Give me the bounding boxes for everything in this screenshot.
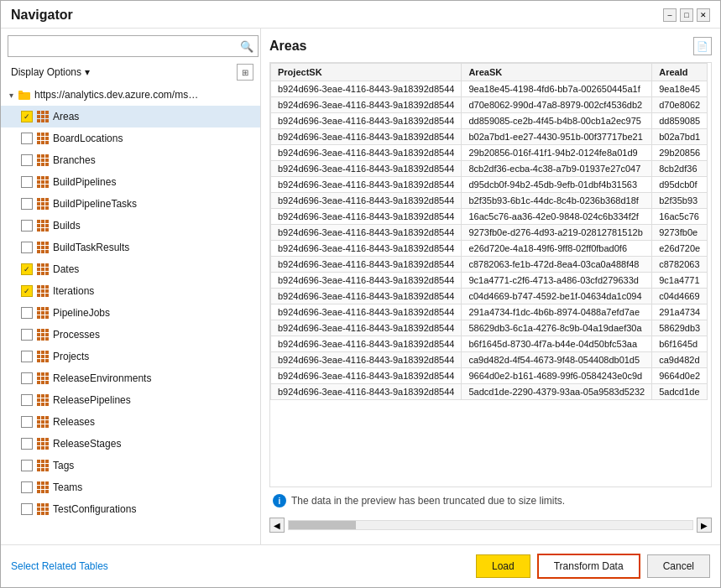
table-icon	[36, 415, 50, 429]
tree-item-checkbox[interactable]	[21, 285, 33, 297]
maximize-button[interactable]: □	[680, 8, 693, 22]
tree-item-checkbox[interactable]	[21, 133, 33, 144]
tree-item-label: Projects	[53, 351, 89, 362]
table-icon	[36, 350, 50, 363]
tree-item-checkbox[interactable]	[21, 416, 33, 428]
table-cell: b924d696-3eae-4116-8443-9a18392d8544	[271, 320, 462, 336]
tree-item[interactable]: Branches	[1, 149, 260, 171]
table-cell: b924d696-3eae-4116-8443-9a18392d8544	[271, 81, 462, 97]
load-button[interactable]: Load	[476, 554, 530, 578]
tree-item-label: ReleaseStages	[53, 438, 121, 450]
tree-item[interactable]: ReleaseStages	[1, 433, 260, 455]
scroll-track[interactable]	[288, 520, 693, 530]
tree-item[interactable]: Releases	[1, 411, 260, 433]
tree-item[interactable]: TestConfigurations	[1, 498, 260, 520]
tree-item[interactable]: Dates	[1, 258, 260, 280]
cancel-button[interactable]: Cancel	[647, 554, 710, 578]
table-cell: b924d696-3eae-4116-8443-9a18392d8544	[271, 129, 462, 145]
table-row: b924d696-3eae-4116-8443-9a18392d8544dd85…	[271, 113, 708, 129]
table-cell: b924d696-3eae-4116-8443-9a18392d8544	[271, 352, 462, 368]
tree-item-checkbox[interactable]	[21, 176, 33, 188]
select-related-tables-link[interactable]: Select Related Tables	[11, 560, 108, 572]
tree-root-item[interactable]: ▾ https://analytics.dev.azure.com/mseng/…	[1, 84, 260, 106]
tree-item-checkbox[interactable]	[21, 503, 33, 515]
tree-item-label: BuildPipelineTasks	[53, 198, 137, 210]
tree-item[interactable]: Teams	[1, 476, 260, 498]
table-icon	[36, 306, 50, 320]
table-column-header: AreaSK	[462, 64, 652, 81]
table-cell: e26d720e-4a18-49f6-9ff8-02ff0fbad0f6	[462, 241, 652, 257]
tree-item-checkbox[interactable]	[21, 351, 33, 362]
tree-item[interactable]: Tags	[1, 455, 260, 476]
table-cell: 16ac5c76	[652, 209, 708, 225]
tree-item-label: BuildTaskResults	[53, 242, 129, 253]
tree-item-checkbox[interactable]	[21, 394, 33, 406]
right-panel: Areas 📄 ProjectSKAreaSKAreaId b924d696-3…	[261, 29, 720, 544]
tree-item-checkbox[interactable]	[21, 372, 33, 384]
tree-item-checkbox[interactable]	[21, 220, 33, 232]
tree-root-label: https://analytics.dev.azure.com/mseng/Az…	[34, 89, 202, 101]
truncate-text: The data in the preview has been truncat…	[291, 495, 565, 507]
table-cell: c8782063-fe1b-472d-8ea4-03ca0a488f48	[462, 257, 652, 273]
left-panel: 🔍 Display Options ▾ ⊞ ▾	[1, 29, 261, 544]
table-cell: b924d696-3eae-4116-8443-9a18392d8544	[271, 145, 462, 161]
tree-item[interactable]: BoardLocations	[1, 127, 260, 149]
minimize-button[interactable]: –	[663, 8, 677, 22]
table-cell: 9664d0e2	[652, 368, 708, 384]
svg-rect-2	[18, 91, 23, 93]
table-cell: b6f1645d	[652, 336, 708, 352]
tree-item-checkbox[interactable]	[21, 242, 33, 253]
tree-item[interactable]: Builds	[1, 215, 260, 237]
tree-item[interactable]: BuildPipelineTasks	[1, 193, 260, 215]
tree-item[interactable]: PipelineJobs	[1, 302, 260, 324]
table-cell: b924d696-3eae-4116-8443-9a18392d8544	[271, 241, 462, 257]
table-cell: e26d720e	[652, 241, 708, 257]
scroll-left-button[interactable]: ◀	[269, 518, 285, 533]
title-controls: – □ ✕	[663, 8, 710, 22]
tree-item-label: Builds	[53, 220, 81, 232]
tree-item[interactable]: Processes	[1, 324, 260, 346]
tree-item[interactable]: BuildTaskResults	[1, 237, 260, 258]
tree-item-checkbox[interactable]	[21, 263, 33, 275]
tree-container[interactable]: ▾ https://analytics.dev.azure.com/mseng/…	[1, 84, 260, 544]
tree-item[interactable]: Projects	[1, 346, 260, 367]
h-scrollbar-row: ◀ ▶	[269, 514, 712, 536]
table-cell: c04d4669	[652, 289, 708, 304]
tree-item[interactable]: ReleasePipelines	[1, 389, 260, 411]
table-cell: 9c1a4771-c2f6-4713-a486-03cfd279633d	[462, 273, 652, 289]
tree-item-checkbox[interactable]	[21, 481, 33, 493]
transform-data-button[interactable]: Transform Data	[537, 554, 640, 579]
table-cell: 29b20856	[652, 145, 708, 161]
tree-item-checkbox[interactable]	[21, 438, 33, 450]
scroll-thumb[interactable]	[289, 521, 356, 529]
tree-item[interactable]: BuildPipelines	[1, 171, 260, 193]
table-cell: b924d696-3eae-4116-8443-9a18392d8544	[271, 368, 462, 384]
page-view-icon[interactable]: ⊞	[237, 64, 253, 81]
tree-item[interactable]: Iterations	[1, 280, 260, 302]
tree-item-checkbox[interactable]	[21, 329, 33, 341]
table-row: b924d696-3eae-4116-8443-9a18392d85445adc…	[271, 384, 708, 400]
table-cell: 9273fb0e	[652, 225, 708, 241]
table-cell: b2f35b93-6b1c-44dc-8c4b-0236b368d18f	[462, 193, 652, 209]
tree-item-checkbox[interactable]	[21, 307, 33, 319]
scroll-right-button[interactable]: ▶	[697, 518, 712, 533]
right-panel-title: Areas	[269, 39, 306, 54]
tree-item-label: PipelineJobs	[53, 307, 110, 319]
tree-item-checkbox[interactable]	[21, 154, 33, 166]
search-input[interactable]	[8, 35, 259, 57]
tree-item-label: Branches	[53, 154, 96, 166]
table-icon	[36, 175, 50, 189]
tree-root: ▾ https://analytics.dev.azure.com/mseng/…	[1, 84, 260, 520]
tree-item[interactable]: Areas	[1, 106, 260, 127]
data-table-container[interactable]: ProjectSKAreaSKAreaId b924d696-3eae-4116…	[269, 62, 712, 487]
close-button[interactable]: ✕	[697, 8, 710, 22]
tree-item-checkbox[interactable]	[21, 198, 33, 210]
table-cell: d70e8062-990d-47a8-8979-002cf4536db2	[462, 97, 652, 113]
table-icon	[36, 328, 50, 341]
tree-item-checkbox[interactable]	[21, 460, 33, 471]
display-options-button[interactable]: Display Options ▾	[8, 65, 93, 80]
tree-item[interactable]: ReleaseEnvironments	[1, 367, 260, 389]
preview-icon[interactable]: 📄	[693, 37, 712, 55]
table-row: b924d696-3eae-4116-8443-9a18392d8544b02a…	[271, 129, 708, 145]
tree-item-checkbox[interactable]	[21, 111, 33, 122]
